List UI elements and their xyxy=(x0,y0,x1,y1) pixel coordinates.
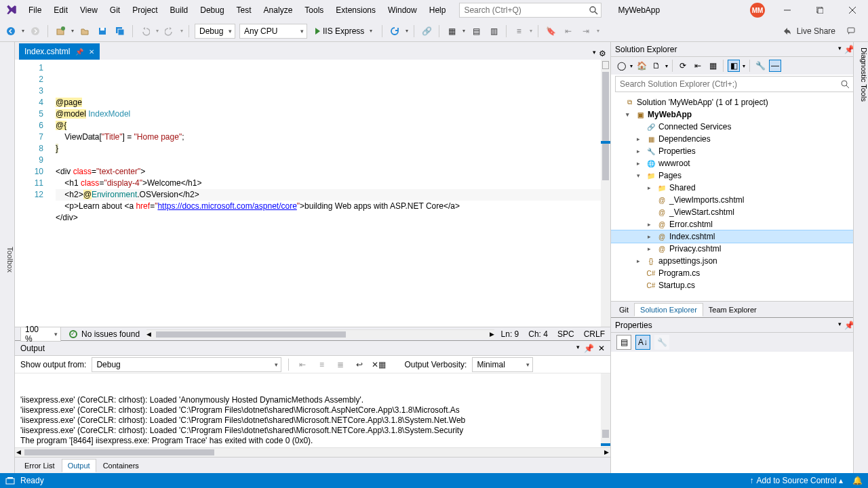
editor-vscroll[interactable] xyxy=(601,60,610,327)
tree-error-cshtml[interactable]: ▸@Error.cshtml xyxy=(611,218,868,230)
tree-properties[interactable]: ▸🔧Properties xyxy=(611,145,868,157)
se-preview-button[interactable]: ◧ xyxy=(728,60,740,72)
menu-tools[interactable]: Tools xyxy=(299,3,329,18)
tree-dependencies[interactable]: ▸▦Dependencies xyxy=(611,133,868,145)
tab-dropdown-icon[interactable]: ▾ xyxy=(593,49,596,58)
tb-icon-1[interactable]: ▦ xyxy=(445,24,458,38)
live-share-button[interactable]: Live Share xyxy=(782,26,864,37)
out-btn1[interactable]: ⇤ xyxy=(296,358,309,371)
show-output-combo[interactable]: Debug xyxy=(92,357,281,372)
toolbox-rail[interactable]: Toolbox xyxy=(0,42,15,473)
se-properties-button[interactable]: 🔧 xyxy=(754,60,766,72)
se-search[interactable]: Search Solution Explorer (Ctrl+;) ▾ xyxy=(615,76,864,92)
nav-back-button[interactable] xyxy=(4,24,18,38)
props-dropdown-icon[interactable]: ▾ xyxy=(838,321,842,330)
tree-program-cs[interactable]: C#Program.cs xyxy=(611,267,868,279)
bottom-tab-error-list[interactable]: Error List xyxy=(19,460,60,472)
props-pages-button[interactable]: 🔧 xyxy=(654,335,669,350)
menu-project[interactable]: Project xyxy=(127,3,163,18)
se-back-button[interactable]: ◯ xyxy=(615,60,627,72)
code-content[interactable]: ⊟ @page@model IndexModel@{ ViewData["Tit… xyxy=(56,60,610,327)
output-pin-icon[interactable]: 📌 xyxy=(584,344,594,353)
menu-extensions[interactable]: Extensions xyxy=(330,3,381,18)
refresh-button[interactable] xyxy=(388,24,401,38)
tree-index-cshtml[interactable]: ▸@Index.cshtml xyxy=(611,230,868,243)
tb-icon-2[interactable]: ▤ xyxy=(469,24,483,38)
next-bookmark-button[interactable]: ⇥ xyxy=(579,24,593,38)
menu-window[interactable]: Window xyxy=(382,3,422,18)
split-icon[interactable] xyxy=(602,61,609,69)
out-btn2[interactable]: ≡ xyxy=(315,358,328,371)
se-view-button[interactable]: — xyxy=(769,60,781,72)
menu-build[interactable]: Build xyxy=(165,3,194,18)
menu-view[interactable]: View xyxy=(75,3,103,18)
props-az-button[interactable]: A↓ xyxy=(635,335,650,350)
nav-forward-button[interactable] xyxy=(28,24,42,38)
output-vscroll[interactable] xyxy=(601,373,610,447)
menu-git[interactable]: Git xyxy=(104,3,125,18)
se-showall-button[interactable]: ▦ xyxy=(707,60,719,72)
se-collapse-button[interactable]: ⇤ xyxy=(692,60,704,72)
close-tab-icon[interactable]: ✕ xyxy=(89,48,94,56)
output-dropdown-icon[interactable]: ▾ xyxy=(576,344,580,353)
run-button[interactable]: IIS Express▾ xyxy=(311,24,376,39)
tree-appsettings-json[interactable]: ▸{}appsettings.json xyxy=(611,255,868,267)
hscroll-thumb[interactable] xyxy=(156,331,346,338)
se-tab-solution-explorer[interactable]: Solution Explorer xyxy=(634,303,703,317)
zoom-combo[interactable]: 100 % xyxy=(20,327,61,342)
file-tab-index[interactable]: Index.cshtml 📌 ✕ xyxy=(19,43,100,60)
comment-button[interactable]: ≡ xyxy=(512,24,526,38)
tree--viewstart-cshtml[interactable]: @_ViewStart.cshtml xyxy=(611,206,868,218)
platform-combo[interactable]: Any CPU xyxy=(239,24,307,39)
vscroll-thumb[interactable] xyxy=(602,72,609,180)
open-button[interactable] xyxy=(78,24,92,38)
props-cat-button[interactable]: ▤ xyxy=(616,335,631,350)
tree-privacy-cshtml[interactable]: ▸@Privacy.cshtml xyxy=(611,243,868,255)
menu-help[interactable]: Help xyxy=(424,3,452,18)
bottom-tab-output[interactable]: Output xyxy=(62,459,96,472)
config-combo[interactable]: Debug xyxy=(195,24,235,39)
menu-analyze[interactable]: Analyze xyxy=(258,3,298,18)
search-box[interactable]: Search (Ctrl+Q) xyxy=(459,3,601,18)
fold-icon[interactable]: ⊟ xyxy=(88,131,94,143)
menu-edit[interactable]: Edit xyxy=(48,3,73,18)
close-button[interactable] xyxy=(842,2,863,18)
tree-solution-mywebapp-1-of-1-project-[interactable]: ⧉Solution 'MyWebApp' (1 of 1 project) xyxy=(611,96,868,108)
bottom-tab-containers[interactable]: Containers xyxy=(98,460,144,472)
se-dropdown-icon[interactable]: ▾ xyxy=(838,45,842,54)
solution-tree[interactable]: ⧉Solution 'MyWebApp' (1 of 1 project)▾▣M… xyxy=(611,94,868,301)
tree--viewimports-cshtml[interactable]: @_ViewImports.cshtml xyxy=(611,194,868,206)
menu-test[interactable]: Test xyxy=(231,3,257,18)
bookmark-button[interactable]: 🔖 xyxy=(544,24,557,38)
se-sync-button[interactable]: 🗋 xyxy=(650,60,663,72)
se-home-button[interactable]: 🏠 xyxy=(635,60,648,72)
save-all-button[interactable] xyxy=(113,24,127,38)
tree-pages[interactable]: ▾📁Pages xyxy=(611,169,868,182)
pin-icon[interactable]: 📌 xyxy=(75,48,83,56)
output-close-icon[interactable]: ✕ xyxy=(598,344,605,353)
menu-file[interactable]: File xyxy=(23,3,47,18)
out-btn3[interactable]: ≣ xyxy=(334,358,347,371)
se-tab-team-explorer[interactable]: Team Explorer xyxy=(703,304,762,316)
tb-icon-3[interactable]: ▥ xyxy=(487,24,500,38)
code-editor[interactable]: 123456789101112 ⊟ @page@model IndexModel… xyxy=(15,60,610,327)
tab-settings-icon[interactable]: ⚙ xyxy=(599,49,606,58)
tree-wwwroot[interactable]: ▸🌐wwwroot xyxy=(611,157,868,169)
se-tab-git[interactable]: Git xyxy=(614,304,634,316)
menu-debug[interactable]: Debug xyxy=(195,3,229,18)
new-project-button[interactable] xyxy=(54,24,67,38)
tree-startup-cs[interactable]: C#Startup.cs xyxy=(611,279,868,291)
redo-button[interactable] xyxy=(163,24,176,38)
output-text[interactable]: 'iisexpress.exe' (CoreCLR: clrhost): Loa… xyxy=(15,373,610,447)
minimize-button[interactable] xyxy=(777,2,797,18)
editor-hscroll[interactable]: ◀ ▶ xyxy=(146,329,494,339)
diagnostic-tools-rail[interactable]: Diagnostic Tools xyxy=(853,42,868,473)
verbosity-combo[interactable]: Minimal xyxy=(472,357,533,372)
se-refresh-button[interactable]: ⟳ xyxy=(677,60,689,72)
notifications-icon[interactable]: 🔔 xyxy=(852,476,863,485)
tree-shared[interactable]: ▸📁Shared xyxy=(611,182,868,194)
user-avatar[interactable]: MM xyxy=(750,3,765,18)
out-clear-button[interactable]: ✕▦ xyxy=(372,358,385,371)
tree-connected-services[interactable]: 🔗Connected Services xyxy=(611,121,868,133)
prev-bookmark-button[interactable]: ⇤ xyxy=(561,24,575,38)
